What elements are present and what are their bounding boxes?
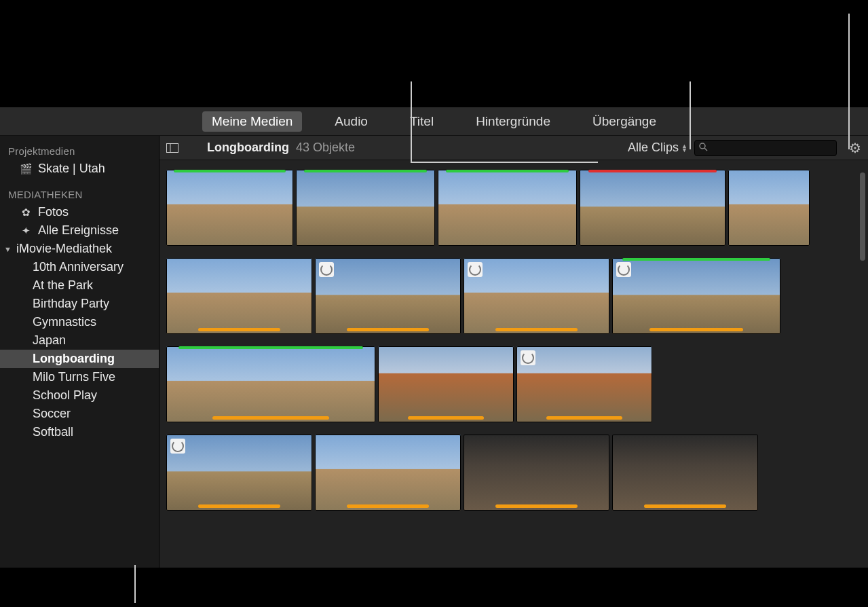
clip-filter-dropdown[interactable]: Alle Clips ▲▼ — [628, 141, 687, 155]
used-marker — [649, 328, 744, 331]
flower-icon: ✿ — [19, 206, 33, 219]
tab-titel[interactable]: Titel — [400, 111, 443, 132]
tab-meine-medien[interactable]: Meine Medien — [202, 111, 302, 132]
browser-count: 43 Objekte — [296, 141, 355, 155]
used-marker — [212, 416, 330, 420]
panel-toggle-icon[interactable] — [165, 141, 180, 155]
sidebar-item-label: Alle Ereignisse — [38, 223, 119, 238]
favorite-marker — [174, 170, 286, 172]
sidebar-item-label: Birthday Party — [33, 297, 109, 311]
vertical-scrollbar[interactable] — [860, 172, 865, 261]
sidebar-item-label: Skate | Utah — [38, 162, 105, 176]
clip-thumbnail[interactable] — [612, 258, 780, 334]
sidebar-item-photos[interactable]: ✿ Fotos — [0, 203, 159, 221]
sidebar-item-event[interactable]: Birthday Party — [0, 295, 159, 313]
clip-row — [166, 346, 861, 422]
clip-row — [166, 435, 861, 511]
media-tabs: Meine MedienAudioTitelHintergründeÜbergä… — [0, 107, 868, 136]
callout-line — [848, 14, 850, 149]
chevron-down-icon[interactable]: ▼ — [4, 245, 12, 253]
clip-row — [166, 258, 861, 334]
clip-thumbnail[interactable] — [166, 346, 375, 422]
browser-title: Longboarding — [207, 141, 289, 155]
reject-marker — [588, 170, 717, 172]
sidebar-item-event[interactable]: 10th Anniversary — [0, 258, 159, 276]
app-window: Meine MedienAudioTitelHintergründeÜbergä… — [0, 107, 868, 568]
star-icon: ✦ — [19, 225, 33, 237]
loading-icon — [521, 350, 535, 365]
sidebar-item-event[interactable]: At the Park — [0, 276, 159, 295]
sidebar-item-label: 10th Anniversary — [33, 260, 124, 274]
browser-toolbar: Longboarding 43 Objekte Alle Clips ▲▼ ⚙ — [159, 136, 868, 160]
clip-thumbnail[interactable] — [315, 258, 461, 334]
callout-line — [411, 81, 412, 163]
callout-line — [411, 162, 598, 163]
search-icon — [699, 141, 708, 155]
used-marker — [495, 504, 577, 508]
clip-thumbnail[interactable] — [315, 435, 461, 511]
sidebar-item-label: Soccer — [33, 407, 71, 421]
sidebar-item-event[interactable]: Softball — [0, 423, 159, 441]
gear-icon[interactable]: ⚙ — [848, 141, 863, 155]
clip-row — [166, 170, 861, 246]
sidebar-item-event[interactable]: Soccer — [0, 405, 159, 423]
sidebar-item-label: Softball — [33, 425, 73, 439]
section-mediatheken: MEDIATHEKEN — [0, 185, 159, 203]
svg-rect-0 — [167, 143, 178, 152]
used-marker — [347, 328, 428, 331]
tab-übergänge[interactable]: Übergänge — [583, 111, 666, 132]
search-field[interactable] — [694, 140, 837, 156]
sidebar-item-event[interactable]: School Play — [0, 386, 159, 405]
clip-thumbnail[interactable] — [612, 435, 758, 511]
loading-icon — [616, 262, 631, 277]
callout-line — [690, 81, 691, 149]
clip-thumbnail[interactable] — [166, 258, 312, 334]
favorite-marker — [446, 170, 568, 172]
sidebar-item-label: Japan — [33, 333, 66, 348]
clip-browser[interactable] — [159, 160, 868, 568]
sidebar-item-all-events[interactable]: ✦ Alle Ereignisse — [0, 221, 159, 240]
clip-thumbnail[interactable] — [464, 435, 609, 511]
sidebar-item-event[interactable]: Japan — [0, 331, 159, 350]
used-marker — [198, 504, 280, 508]
sidebar-item-label: Fotos — [38, 205, 69, 219]
favorite-marker — [622, 258, 770, 261]
used-marker — [546, 416, 622, 420]
used-marker — [198, 328, 280, 331]
sidebar-item-label: At the Park — [33, 278, 93, 293]
clip-thumbnail[interactable] — [728, 170, 810, 246]
tab-hintergründe[interactable]: Hintergründe — [466, 111, 560, 132]
clip-thumbnail[interactable] — [438, 170, 577, 246]
clip-thumbnail[interactable] — [580, 170, 725, 246]
sidebar-item-label: iMovie-Mediathek — [16, 242, 112, 256]
sidebar-item-label: Gymnastics — [33, 315, 96, 329]
used-marker — [644, 504, 725, 508]
sidebar-item-library[interactable]: ▼ iMovie-Mediathek — [0, 240, 159, 258]
section-projectmedien: Projektmedien — [0, 141, 159, 160]
updown-chevron-icon: ▲▼ — [681, 144, 687, 152]
clapperboard-icon: 🎬 — [19, 163, 33, 175]
svg-line-3 — [704, 148, 707, 151]
clip-thumbnail[interactable] — [378, 346, 514, 422]
sidebar-item-event[interactable]: Gymnastics — [0, 313, 159, 331]
sidebar-item-project[interactable]: 🎬 Skate | Utah — [0, 160, 159, 178]
favorite-marker — [304, 170, 426, 172]
sidebar-item-event[interactable]: Longboarding — [0, 350, 159, 368]
loading-icon — [319, 262, 334, 277]
tab-audio[interactable]: Audio — [325, 111, 377, 132]
sidebar-item-label: School Play — [33, 388, 97, 403]
clip-thumbnail[interactable] — [464, 258, 609, 334]
sidebar-item-event[interactable]: Milo Turns Five — [0, 368, 159, 386]
sidebar: Projektmedien 🎬 Skate | Utah MEDIATHEKEN… — [0, 136, 159, 568]
loading-icon — [170, 439, 185, 454]
clip-thumbnail[interactable] — [166, 170, 293, 246]
clip-thumbnail[interactable] — [296, 170, 435, 246]
loading-icon — [468, 262, 483, 277]
used-marker — [408, 416, 484, 420]
browser-main: Longboarding 43 Objekte Alle Clips ▲▼ ⚙ — [159, 136, 868, 568]
search-input[interactable] — [711, 142, 839, 153]
sidebar-item-label: Longboarding — [33, 352, 115, 366]
clip-thumbnail[interactable] — [516, 346, 652, 422]
clip-thumbnail[interactable] — [166, 435, 312, 511]
callout-line — [134, 565, 136, 603]
